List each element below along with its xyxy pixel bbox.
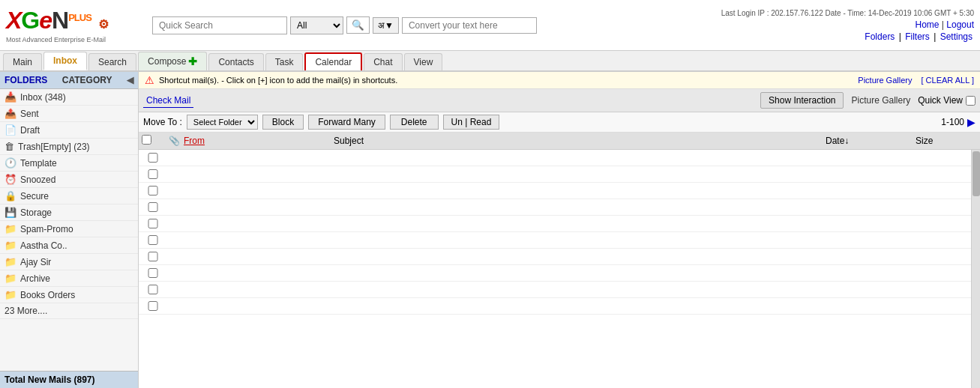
- row-checkbox-8[interactable]: [142, 268, 164, 278]
- search-type-select[interactable]: All From Subject Body: [290, 16, 343, 34]
- scroll-thumb[interactable]: [973, 151, 980, 196]
- home-link[interactable]: Home: [915, 19, 939, 30]
- sidebar-item-storage[interactable]: 💾 Storage: [0, 204, 138, 221]
- top-nav-links: Home | Logout: [721, 19, 974, 30]
- sidebar-item-secure[interactable]: 🔒 Secure: [0, 188, 138, 204]
- sidebar-item-archive[interactable]: 📁 Archive: [0, 270, 138, 287]
- folders-link[interactable]: Folders: [865, 31, 895, 42]
- row-checkbox-7[interactable]: [142, 252, 164, 261]
- translate-button[interactable]: अ▼: [373, 17, 399, 34]
- sidebar-item-spam[interactable]: 📁 Spam-Promo: [0, 221, 138, 237]
- sep3: |: [934, 31, 938, 42]
- search-input[interactable]: [152, 16, 287, 34]
- header-from[interactable]: From: [184, 136, 334, 146]
- shortcut-text: Shortcut mail(s). - Click on [+] icon to…: [159, 76, 397, 85]
- row-checkbox-2[interactable]: [142, 169, 164, 179]
- picture-gallery-toolbar-link[interactable]: Picture Gallery: [851, 95, 910, 106]
- tab-contacts[interactable]: Contacts: [208, 53, 263, 70]
- tab-task[interactable]: Task: [265, 53, 304, 70]
- settings-gear-icon: ⚙: [98, 18, 108, 31]
- header: XGeNPLUS ⚙ Most Advanced Enterprise E-Ma…: [0, 0, 980, 51]
- translate-input[interactable]: [402, 17, 537, 34]
- sidebar-item-more[interactable]: 23 More....: [0, 303, 138, 319]
- last-login-info: Last Login IP : 202.157.76.122 Date - Ti…: [721, 9, 974, 17]
- row-checkbox-6[interactable]: [142, 235, 164, 245]
- tab-calendar[interactable]: Calendar: [304, 52, 362, 70]
- inbox-label: Inbox (348): [20, 92, 66, 103]
- sidebar-item-books[interactable]: 📁 Books Orders: [0, 287, 138, 303]
- scroll-bar[interactable]: [971, 150, 980, 388]
- forward-many-button[interactable]: Forward Many: [308, 115, 385, 130]
- tab-chat[interactable]: Chat: [364, 53, 402, 70]
- email-toolbar-right: Show Interaction Picture Gallery Quick V…: [760, 92, 976, 109]
- move-to-select[interactable]: Select Folder: [187, 115, 258, 130]
- compose-plus-icon: ✚: [188, 55, 197, 67]
- trash-icon: 🗑: [4, 141, 14, 152]
- row-checkbox-5[interactable]: [142, 219, 164, 228]
- table-row: [139, 166, 980, 183]
- picture-gallery-link[interactable]: Picture Gallery: [858, 76, 912, 85]
- more-label: 23 More....: [4, 306, 47, 316]
- sidebar-item-snoozed[interactable]: ⏰ Snoozed: [0, 172, 138, 188]
- table-row: [139, 298, 980, 315]
- inbox-icon: 📥: [4, 91, 16, 103]
- tab-search[interactable]: Search: [88, 53, 136, 70]
- attach-icon: 📎: [169, 136, 180, 146]
- shortcut-bar-actions: Picture Gallery [ CLEAR ALL ]: [858, 76, 974, 85]
- row-checkbox-3[interactable]: [142, 186, 164, 195]
- logo-subtitle: Most Advanced Enterprise E-Mail: [6, 36, 106, 43]
- logo-x: X: [6, 7, 21, 34]
- un-read-button[interactable]: Un | Read: [443, 115, 500, 130]
- header-attach: 📎: [164, 136, 184, 146]
- sidebar-item-ajay[interactable]: 📁 Ajay Sir: [0, 254, 138, 270]
- sidebar-item-template[interactable]: 🕐 Template: [0, 155, 138, 172]
- settings-link[interactable]: Settings: [940, 31, 973, 42]
- row-checkbox-10[interactable]: [142, 301, 164, 311]
- pagination-arrow-icon[interactable]: ▶: [967, 116, 976, 128]
- select-all-checkbox[interactable]: [142, 135, 151, 145]
- quick-view-checkbox[interactable]: [966, 96, 976, 106]
- books-icon: 📁: [4, 289, 16, 300]
- header-date[interactable]: Date↓: [826, 136, 916, 146]
- sidebar-collapse-arrow[interactable]: ◀: [127, 75, 133, 85]
- sidebar-header: FOLDERS CATEGORY ◀: [0, 72, 138, 89]
- row-checkbox-1[interactable]: [142, 153, 164, 163]
- tab-main[interactable]: Main: [3, 53, 42, 70]
- storage-label: Storage: [20, 207, 52, 218]
- show-interaction-button[interactable]: Show Interaction: [760, 92, 844, 109]
- delete-button[interactable]: Delete: [390, 115, 439, 130]
- email-table-header: 📎 From Subject Date↓ Size: [139, 133, 980, 150]
- sidebar-item-inbox[interactable]: 📥 Inbox (348): [0, 89, 138, 106]
- row-checkbox-9[interactable]: [142, 285, 164, 294]
- search-button[interactable]: 🔍: [346, 16, 370, 34]
- sidebar-item-trash[interactable]: 🗑 Trash[Empty] (23): [0, 139, 138, 155]
- row-checkbox-4[interactable]: [142, 202, 164, 212]
- sep2: |: [899, 31, 904, 42]
- spam-label: Spam-Promo: [20, 224, 73, 234]
- sidebar-item-draft[interactable]: 📄 Draft: [0, 122, 138, 139]
- archive-icon: 📁: [4, 273, 16, 284]
- clear-all-link[interactable]: [ CLEAR ALL ]: [921, 76, 974, 85]
- sent-icon: 📤: [4, 108, 16, 119]
- tab-inbox[interactable]: Inbox: [43, 52, 87, 70]
- pagination: 1-100 ▶: [941, 116, 976, 128]
- ajay-label: Ajay Sir: [20, 257, 51, 267]
- sidebar: FOLDERS CATEGORY ◀ 📥 Inbox (348) 📤 Sent …: [0, 72, 139, 388]
- block-button[interactable]: Block: [262, 115, 304, 130]
- aastha-icon: 📁: [4, 240, 16, 251]
- tab-compose[interactable]: Compose ✚: [138, 52, 207, 70]
- main-content: FOLDERS CATEGORY ◀ 📥 Inbox (348) 📤 Sent …: [0, 72, 980, 388]
- check-mail-button[interactable]: Check Mail: [143, 94, 193, 108]
- move-to-label: Move To :: [143, 117, 182, 127]
- secure-label: Secure: [20, 191, 49, 201]
- tab-bar: Main Inbox Search Compose ✚ Contacts Tas…: [0, 51, 980, 72]
- table-row: [139, 150, 980, 166]
- ajay-icon: 📁: [4, 256, 16, 267]
- sidebar-item-sent[interactable]: 📤 Sent: [0, 106, 138, 122]
- tab-view[interactable]: View: [404, 53, 443, 70]
- sidebar-item-aastha[interactable]: 📁 Aastha Co..: [0, 237, 138, 254]
- books-label: Books Orders: [20, 290, 75, 300]
- logo: XGeNPLUS ⚙ Most Advanced Enterprise E-Ma…: [6, 7, 145, 43]
- logout-link[interactable]: Logout: [946, 19, 974, 30]
- filters-link[interactable]: Filters: [905, 31, 930, 42]
